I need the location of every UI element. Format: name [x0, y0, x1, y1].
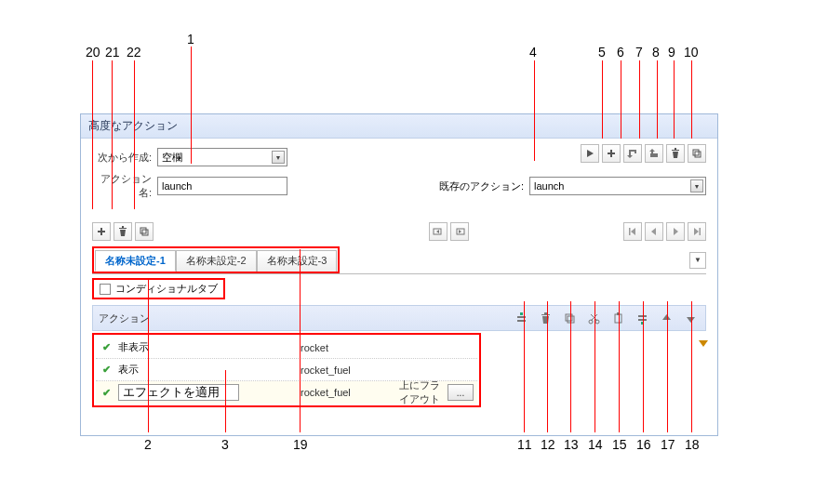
import-button[interactable] [623, 144, 642, 163]
move-tab-left-button[interactable] [429, 222, 448, 241]
drawer-left-icon [433, 226, 444, 237]
delete-action-button[interactable] [666, 144, 685, 163]
create-from-value: 空欄 [162, 151, 182, 165]
svg-marker-11 [694, 228, 699, 235]
move-tab-right-button[interactable] [450, 222, 469, 241]
action-name-input[interactable] [118, 384, 239, 401]
existing-action-combo[interactable]: launch ▼ [529, 177, 706, 195]
action-name: 非表示 [118, 341, 149, 352]
create-from-combo[interactable]: 空欄 ▼ [157, 148, 287, 166]
svg-rect-2 [695, 152, 701, 157]
callout-11: 11 [517, 437, 532, 452]
last-icon [691, 226, 702, 237]
check-icon: ✔ [100, 341, 113, 353]
svg-rect-21 [638, 315, 647, 317]
svg-rect-22 [638, 319, 647, 321]
trash-icon [670, 148, 681, 159]
next-icon [670, 226, 681, 237]
move-up-button[interactable] [657, 309, 675, 327]
copy-icon [139, 226, 150, 237]
callout-4: 4 [529, 45, 537, 60]
insert-row-button[interactable] [512, 309, 530, 327]
paste-row-button[interactable] [608, 309, 627, 327]
delete-row-button[interactable] [536, 309, 554, 327]
copy-icon [691, 148, 702, 159]
action-target: rocket [301, 342, 394, 353]
callout-2: 2 [144, 437, 152, 452]
scissors-icon [588, 312, 600, 325]
copy-row-button[interactable] [560, 309, 579, 327]
svg-marker-0 [587, 150, 594, 157]
callout-12: 12 [541, 437, 555, 452]
action-name-input[interactable] [157, 177, 287, 195]
action-param: 上にフライアウト [399, 378, 442, 406]
drag-marker-icon [699, 340, 708, 347]
arrow-down-icon [685, 312, 697, 325]
callout-14: 14 [588, 437, 603, 452]
action-row[interactable]: ✔ 非表示 rocket [96, 337, 477, 359]
create-from-label: 次から作成: [92, 151, 157, 165]
add-tab-button[interactable] [92, 222, 111, 241]
move-down-button[interactable] [681, 309, 700, 327]
callout-13: 13 [564, 437, 579, 452]
svg-marker-24 [687, 317, 695, 323]
dialog-title: 高度なアクション [81, 114, 717, 139]
callout-19: 19 [293, 437, 308, 452]
last-button[interactable] [688, 222, 706, 241]
plus-icon [96, 226, 107, 237]
callout-22: 22 [127, 45, 141, 60]
callout-10: 10 [684, 45, 699, 60]
first-button[interactable] [623, 222, 642, 241]
actions-highlight: ✔ 非表示 rocket ✔ 表示 rocket_fuel ✔ rocket_f… [92, 333, 481, 407]
advanced-action-dialog: 高度なアクション 次から作成: [80, 113, 718, 436]
conditional-tab-checkbox[interactable] [100, 284, 111, 295]
play-icon [584, 148, 595, 159]
action-row[interactable]: ✔ rocket_fuel 上にフライアウト ... [96, 381, 477, 404]
svg-rect-12 [700, 228, 701, 235]
prev-button[interactable] [645, 222, 663, 241]
callout-17: 17 [661, 437, 675, 452]
callout-9: 9 [668, 45, 675, 60]
tab-3[interactable]: 名称未設定-3 [257, 250, 338, 272]
svg-rect-4 [142, 230, 148, 235]
drawer-right-icon [454, 226, 465, 237]
chevron-down-icon: ▼ [690, 179, 703, 192]
delete-tab-button[interactable] [114, 222, 132, 241]
paste-icon [612, 312, 624, 325]
ellipsis-button[interactable]: ... [448, 384, 474, 401]
duplicate-action-button[interactable] [688, 144, 706, 163]
actions-subheader: アクション [92, 305, 706, 331]
export-button[interactable] [645, 144, 663, 163]
add-button[interactable] [602, 144, 621, 163]
cut-row-button[interactable] [584, 309, 603, 327]
import-icon [627, 148, 638, 159]
callout-20: 20 [86, 45, 100, 60]
plus-icon [606, 148, 617, 159]
tab-2[interactable]: 名称未設定-2 [176, 250, 257, 272]
tab-overflow-button[interactable]: ▼ [689, 252, 706, 269]
callout-8: 8 [652, 45, 660, 60]
svg-marker-10 [674, 228, 678, 235]
duplicate-tab-button[interactable] [135, 222, 154, 241]
svg-marker-8 [631, 228, 635, 235]
next-button[interactable] [666, 222, 685, 241]
check-icon: ✔ [100, 364, 113, 376]
trash-icon [117, 226, 128, 237]
play-button[interactable] [581, 144, 599, 163]
action-target: rocket_fuel [301, 387, 394, 398]
callout-15: 15 [612, 437, 627, 452]
callout-1: 1 [187, 32, 194, 46]
prev-icon [648, 226, 660, 237]
export-icon [648, 148, 660, 159]
svg-marker-9 [651, 228, 656, 235]
callout-18: 18 [685, 437, 700, 452]
action-name: 表示 [118, 364, 139, 375]
conditional-tab-highlight: コンディショナルタブ [92, 278, 225, 299]
append-row-icon [636, 312, 648, 325]
callout-21: 21 [105, 45, 120, 60]
action-name-label: アクション名: [92, 172, 157, 200]
tab-1[interactable]: 名称未設定-1 [95, 250, 176, 272]
svg-rect-19 [615, 314, 621, 323]
append-row-button[interactable] [633, 309, 651, 327]
callout-3: 3 [221, 437, 229, 452]
